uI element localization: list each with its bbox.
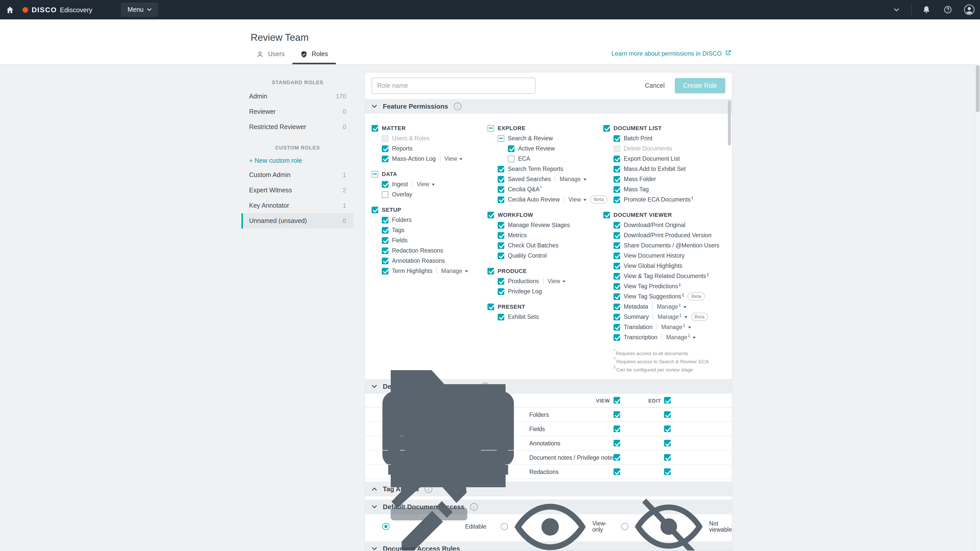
cancel-button[interactable]: Cancel [639, 78, 671, 94]
page-scrollbar[interactable] [975, 64, 980, 551]
permission-checkbox[interactable] [614, 313, 620, 320]
permission-checkbox[interactable] [614, 252, 620, 259]
chevron-down-icon[interactable] [372, 105, 377, 108]
permission-checkbox[interactable] [498, 176, 504, 183]
permission-checkbox[interactable] [382, 257, 388, 264]
permission-checkbox[interactable] [498, 252, 504, 259]
sidebar-item-expert-witness[interactable]: Expert Witness2 [242, 183, 354, 198]
tab-roles[interactable]: Roles [292, 44, 336, 64]
permission-level-dropdown[interactable]: Manage‡ [661, 324, 691, 330]
group-checkbox[interactable] [487, 303, 494, 310]
permission-checkbox[interactable] [498, 242, 504, 249]
feature-permissions-header[interactable]: Feature Permissions [365, 99, 732, 114]
sidebar-item-custom-admin[interactable]: Custom Admin1 [242, 167, 354, 183]
sidebar-item-admin[interactable]: Admin170 [242, 89, 354, 104]
permission-level-dropdown[interactable]: View [568, 197, 587, 203]
view-all-checkbox[interactable] [614, 397, 620, 404]
permission-checkbox[interactable] [508, 145, 514, 152]
permission-level-dropdown[interactable]: Manage [441, 268, 468, 274]
group-checkbox[interactable] [487, 211, 494, 218]
permission-checkbox[interactable] [498, 313, 504, 320]
permission-checkbox[interactable] [498, 232, 504, 238]
sidebar-item-key-annotator[interactable]: Key Annotator1 [242, 198, 354, 213]
panel-scrollbar[interactable] [728, 100, 731, 145]
edit-checkbox[interactable] [664, 440, 671, 447]
permission-checkbox[interactable] [614, 242, 620, 249]
sidebar-item-reviewer[interactable]: Reviewer0 [242, 104, 354, 119]
view-checkbox[interactable] [614, 440, 620, 447]
permission-checkbox[interactable] [614, 196, 620, 203]
notifications-bell-icon[interactable] [916, 5, 937, 14]
permission-checkbox[interactable] [614, 165, 620, 172]
permission-checkbox[interactable] [382, 217, 388, 223]
menu-button[interactable]: Menu [121, 3, 159, 17]
permission-level-dropdown[interactable]: View [417, 181, 435, 187]
edit-checkbox[interactable] [664, 411, 671, 418]
permission-checkbox[interactable] [382, 191, 388, 198]
access-option-not-viewable[interactable]: Not viewable [621, 490, 732, 551]
home-icon[interactable] [0, 5, 19, 14]
permission-checkbox[interactable] [614, 303, 620, 310]
role-name-input[interactable] [372, 78, 535, 94]
permission-checkbox[interactable] [498, 186, 504, 192]
radio-button[interactable] [621, 523, 628, 530]
edit-checkbox[interactable] [664, 426, 671, 432]
view-checkbox[interactable] [614, 426, 620, 432]
permission-checkbox[interactable] [498, 278, 504, 284]
permission-checkbox[interactable] [498, 196, 504, 203]
sidebar-item-restricted-reviewer[interactable]: Restricted Reviewer0 [242, 119, 354, 135]
user-avatar[interactable] [959, 4, 980, 15]
permission-level-dropdown[interactable]: View [547, 278, 566, 284]
edit-checkbox[interactable] [664, 468, 671, 475]
sidebar-item-unnamed-unsaved[interactable]: Unnamed (unsaved)0 [242, 213, 354, 229]
permission-checkbox[interactable] [614, 186, 620, 192]
create-role-button[interactable]: Create Role [675, 78, 725, 94]
permission-checkbox[interactable] [614, 156, 620, 162]
permission-checkbox[interactable] [614, 135, 620, 141]
permission-level-dropdown[interactable]: View [444, 156, 463, 162]
group-checkbox[interactable] [603, 211, 610, 218]
permission-checkbox[interactable] [614, 262, 620, 269]
permission-checkbox[interactable] [614, 293, 620, 300]
permission-checkbox[interactable] [382, 237, 388, 244]
permission-checkbox[interactable] [508, 156, 514, 162]
view-checkbox[interactable] [614, 454, 620, 461]
help-icon[interactable] [937, 5, 959, 14]
group-checkbox[interactable] [372, 171, 378, 177]
permission-checkbox[interactable] [498, 222, 504, 228]
permission-checkbox[interactable] [498, 135, 504, 141]
permission-checkbox[interactable] [382, 181, 388, 187]
info-icon[interactable] [454, 103, 461, 110]
permission-level-dropdown[interactable]: Manage‡ [666, 334, 696, 340]
permission-level-dropdown[interactable]: Manage‡ [657, 314, 687, 320]
learn-more-link[interactable]: Learn more about permissions in DISCO [611, 49, 732, 58]
new-custom-role-link[interactable]: + New custom role [242, 154, 354, 167]
permission-checkbox[interactable] [382, 227, 388, 233]
permission-checkbox[interactable] [614, 283, 620, 289]
group-checkbox[interactable] [372, 206, 378, 213]
edit-all-checkbox[interactable] [664, 397, 671, 404]
chevron-up-icon[interactable] [372, 487, 377, 491]
permission-level-dropdown[interactable]: Manage [560, 176, 587, 182]
permission-checkbox[interactable] [382, 247, 388, 254]
permission-checkbox[interactable] [614, 334, 620, 341]
group-checkbox[interactable] [487, 268, 494, 274]
view-checkbox[interactable] [614, 411, 620, 418]
permission-checkbox[interactable] [382, 156, 388, 162]
topbar-dropdown-chevron-icon[interactable] [886, 8, 907, 11]
permission-checkbox[interactable] [614, 324, 620, 330]
permission-checkbox[interactable] [614, 273, 620, 279]
permission-checkbox[interactable] [498, 288, 504, 295]
tab-users[interactable]: Users [248, 44, 292, 64]
permission-checkbox[interactable] [382, 268, 388, 274]
group-checkbox[interactable] [603, 125, 610, 131]
group-checkbox[interactable] [372, 125, 378, 131]
permission-checkbox[interactable] [614, 176, 620, 183]
permission-checkbox[interactable] [614, 222, 620, 228]
view-checkbox[interactable] [614, 468, 620, 475]
permission-checkbox[interactable] [614, 232, 620, 238]
permission-checkbox[interactable] [498, 165, 504, 172]
group-checkbox[interactable] [487, 125, 494, 131]
permission-level-dropdown[interactable]: Manage‡ [657, 303, 687, 310]
edit-checkbox[interactable] [664, 454, 671, 461]
